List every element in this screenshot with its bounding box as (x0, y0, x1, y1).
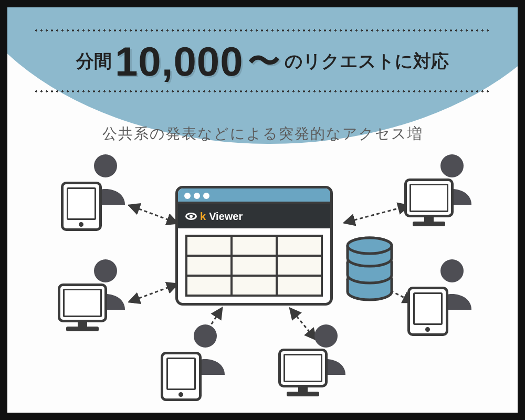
headline-tilde: 〜 (248, 43, 280, 79)
svg-line-2 (133, 286, 173, 300)
window-dot-icon (184, 193, 191, 199)
svg-point-13 (440, 259, 464, 282)
svg-point-9 (348, 238, 392, 254)
headline: 分間 10,000 〜 のリクエストに対応 (7, 38, 518, 86)
data-grid-icon (185, 235, 323, 297)
diagram-stage: k Viewer (7, 154, 518, 413)
headline-suffix: のリクエストに対応 (285, 51, 449, 71)
arrow-tr (343, 202, 412, 228)
kviewer-app-window: k Viewer (175, 186, 333, 306)
svg-point-10 (94, 154, 117, 177)
tablet-icon (407, 287, 448, 336)
svg-point-14 (194, 324, 217, 348)
svg-point-11 (440, 154, 464, 177)
subheadline: 公共系の発表などによる突発的なアクセス増 (7, 124, 518, 144)
svg-point-12 (94, 259, 117, 282)
database-icon (343, 235, 396, 303)
brand-k: k (200, 211, 206, 223)
tablet-icon (161, 352, 202, 401)
svg-line-1 (349, 207, 404, 222)
svg-line-0 (133, 207, 173, 222)
dotted-divider-top (34, 29, 491, 32)
app-body (178, 228, 330, 303)
arrow-ml (128, 280, 181, 307)
headline-number: 10,000 (115, 38, 244, 85)
arrow-tl (128, 202, 181, 228)
eye-icon (185, 213, 197, 220)
monitor-icon (404, 178, 454, 217)
window-dot-icon (194, 193, 200, 199)
monitor-icon (278, 349, 328, 387)
brand-rest: Viewer (209, 211, 243, 223)
svg-point-15 (314, 324, 338, 348)
monitor-icon (58, 284, 107, 322)
tablet-icon (61, 182, 102, 231)
app-titlebar (178, 188, 330, 204)
app-menubar: k Viewer (178, 204, 330, 228)
dotted-divider-bottom (34, 90, 491, 92)
diagram-frame: 分間 10,000 〜 のリクエストに対応 公共系の発表などによる突発的なアクセ… (0, 0, 525, 420)
headline-prefix: 分間 (76, 51, 112, 71)
window-dot-icon (203, 193, 209, 199)
